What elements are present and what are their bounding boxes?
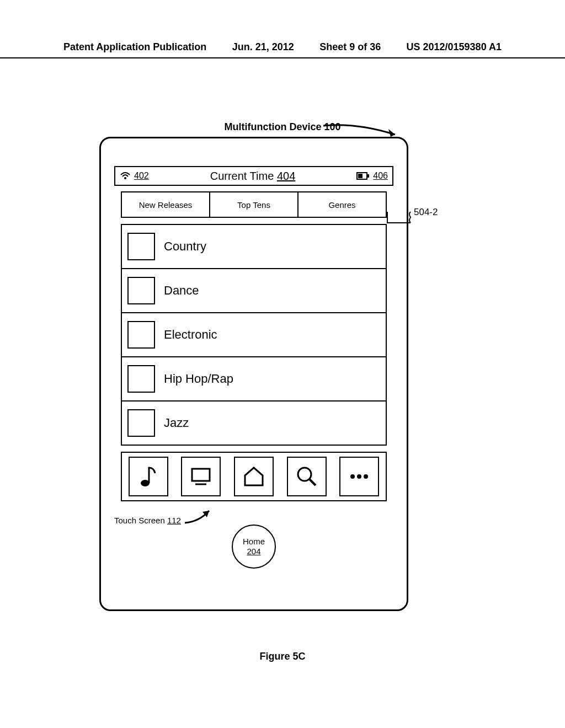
wifi-icon [120,172,131,180]
tab-label: Top Tens [237,200,270,210]
home-icon [242,465,266,488]
callout-lead-line [386,211,414,227]
list-item[interactable]: Jazz [122,402,386,446]
svg-point-12 [364,474,368,479]
status-bar: 402 Current Time 404 406 [114,166,393,186]
svg-rect-4 [367,174,369,178]
tab-top-tens[interactable]: Top Tens [210,191,299,218]
device-label: Multifunction Device 100 [0,121,565,133]
list-item-label: Hip Hop/Rap [164,372,233,386]
list-item-label: Country [164,239,206,254]
figure-caption: Figure 5C [0,651,565,662]
list-item[interactable]: Country [122,225,386,269]
search-button[interactable] [287,457,327,496]
list-item[interactable]: Hip Hop/Rap [122,357,386,402]
device-frame: 402 Current Time 404 406 New Releases To… [99,137,408,611]
battery-ref: 406 [373,171,388,181]
list-item[interactable]: Electronic [122,313,386,357]
callout-ref: 504-2 [414,207,438,218]
svg-point-11 [357,474,361,479]
pub-type: Patent Application Publication [63,41,206,53]
status-right: 406 [356,171,388,181]
more-icon [347,471,371,482]
video-icon [189,467,213,486]
video-button[interactable] [181,457,221,496]
list-item-label: Dance [164,283,199,298]
svg-point-10 [350,474,355,479]
svg-rect-6 [192,469,210,481]
bottom-toolbar [121,452,387,501]
signal-ref: 402 [134,171,149,181]
svg-rect-3 [358,174,363,178]
list-item-label: Electronic [164,328,217,342]
genre-list: Country Dance Electronic Hip Hop/Rap Jaz… [121,224,387,446]
thumbnail-icon [127,409,155,437]
touch-screen-label: Touch Screen 112 [114,516,181,525]
home-nav-button[interactable] [234,457,274,496]
thumbnail-icon [127,233,155,260]
svg-line-9 [310,479,316,485]
svg-point-1 [124,177,126,179]
music-button[interactable] [129,457,168,496]
tab-bar: New Releases Top Tens Genres [121,191,387,218]
arrow-icon [183,506,216,526]
time-label: Current Time [210,170,274,182]
page-header: Patent Application Publication Jun. 21, … [0,41,565,58]
time-ref: 404 [277,170,295,182]
pub-date: Jun. 21, 2012 [232,41,294,53]
touch-label-text: Touch Screen [114,516,165,525]
svg-point-8 [298,468,311,481]
touch-ref: 112 [167,516,181,525]
tab-genres[interactable]: Genres [299,191,387,218]
list-item-label: Jazz [164,416,189,430]
more-button[interactable] [339,457,379,496]
home-ref: 204 [247,547,260,556]
battery-icon [356,172,370,180]
pub-sheet: Sheet 9 of 36 [319,41,381,53]
status-left: 402 [120,171,149,181]
thumbnail-icon [127,365,155,393]
home-label: Home [243,537,265,547]
list-item[interactable]: Dance [122,269,386,313]
thumbnail-icon [127,277,155,304]
home-button[interactable]: Home 204 [232,524,276,569]
search-icon [295,464,319,489]
tab-label: Genres [328,200,355,210]
status-center: Current Time 404 [210,170,296,183]
tab-new-releases[interactable]: New Releases [121,191,210,218]
pub-number: US 2012/0159380 A1 [407,41,502,53]
tab-label: New Releases [139,200,193,210]
music-note-icon [138,464,158,489]
thumbnail-icon [127,321,155,349]
